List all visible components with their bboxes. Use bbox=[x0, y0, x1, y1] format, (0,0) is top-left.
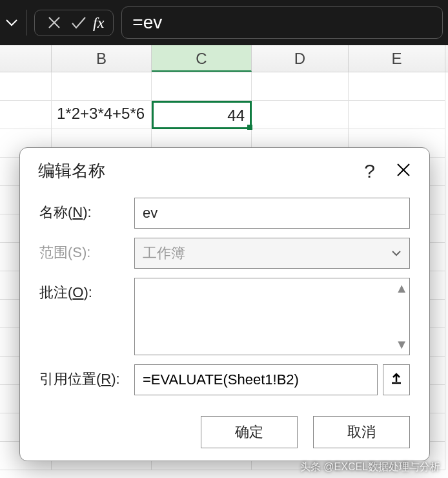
close-button[interactable] bbox=[396, 160, 411, 182]
cell[interactable] bbox=[349, 101, 445, 129]
cell[interactable] bbox=[0, 101, 52, 129]
name-input[interactable] bbox=[134, 198, 410, 229]
formula-bar: fx bbox=[0, 0, 448, 45]
col-header-c[interactable]: C bbox=[152, 45, 252, 72]
refers-input[interactable] bbox=[134, 364, 378, 395]
cell-b2[interactable]: 1*2+3*4+5*6 bbox=[52, 101, 152, 129]
cell[interactable] bbox=[152, 72, 252, 101]
collapse-icon bbox=[390, 371, 403, 388]
scope-select[interactable]: 工作簿 bbox=[134, 238, 410, 269]
col-header-b[interactable]: B bbox=[52, 45, 152, 72]
comment-label: 批注(O): bbox=[39, 278, 127, 302]
close-icon bbox=[396, 162, 411, 178]
refers-label: 引用位置(R): bbox=[39, 364, 127, 389]
cancel-button[interactable]: 取消 bbox=[313, 416, 410, 448]
dialog-titlebar: 编辑名称 ? bbox=[20, 148, 429, 191]
formula-input[interactable] bbox=[121, 6, 443, 39]
cell[interactable] bbox=[349, 72, 445, 101]
scroll-up-icon[interactable]: ▲ bbox=[395, 281, 408, 296]
name-label: 名称(N): bbox=[39, 198, 127, 222]
dialog-body: 名称(N): 范围(S): 工作簿 批注(O): ▲ ▼ bbox=[20, 191, 429, 395]
dialog-buttons: 确定 取消 bbox=[20, 404, 429, 448]
cell[interactable] bbox=[252, 72, 349, 101]
col-header-a[interactable] bbox=[0, 45, 52, 72]
cell[interactable] bbox=[52, 72, 152, 101]
scroll-down-icon[interactable]: ▼ bbox=[395, 337, 408, 352]
fx-icon[interactable]: fx bbox=[93, 14, 104, 32]
collapse-dialog-button[interactable] bbox=[383, 364, 410, 395]
name-box-area bbox=[5, 16, 18, 30]
comment-row: 批注(O): ▲ ▼ bbox=[39, 278, 410, 355]
cell-c2-active[interactable]: 44 bbox=[152, 101, 252, 129]
enter-icon[interactable] bbox=[68, 16, 89, 30]
chevron-down-icon bbox=[391, 247, 402, 260]
comment-textarea[interactable]: ▲ ▼ bbox=[134, 278, 410, 355]
name-box-dropdown-icon[interactable] bbox=[5, 16, 18, 30]
scope-value: 工作簿 bbox=[143, 244, 185, 263]
table-row: 1*2+3*4+5*6 44 bbox=[0, 101, 448, 129]
separator bbox=[26, 10, 26, 36]
table-row bbox=[0, 72, 448, 101]
ok-button[interactable]: 确定 bbox=[201, 416, 298, 448]
refers-row: 引用位置(R): bbox=[39, 364, 410, 395]
scope-row: 范围(S): 工作簿 bbox=[39, 238, 410, 269]
column-headers: B C D E bbox=[0, 45, 448, 72]
name-row: 名称(N): bbox=[39, 198, 410, 229]
edit-name-dialog: 编辑名称 ? 名称(N): 范围(S): 工作簿 bbox=[19, 147, 430, 461]
help-button[interactable]: ? bbox=[364, 160, 375, 182]
dialog-title: 编辑名称 bbox=[38, 160, 105, 182]
col-header-d[interactable]: D bbox=[252, 45, 349, 72]
cell[interactable] bbox=[0, 72, 52, 101]
col-header-e[interactable]: E bbox=[349, 45, 445, 72]
cancel-icon[interactable] bbox=[44, 16, 65, 30]
scope-label: 范围(S): bbox=[39, 238, 127, 262]
formula-bar-buttons: fx bbox=[34, 10, 114, 36]
watermark: 头条 @EXCEL数据处理与分析 bbox=[300, 461, 440, 474]
cell[interactable] bbox=[252, 101, 349, 129]
